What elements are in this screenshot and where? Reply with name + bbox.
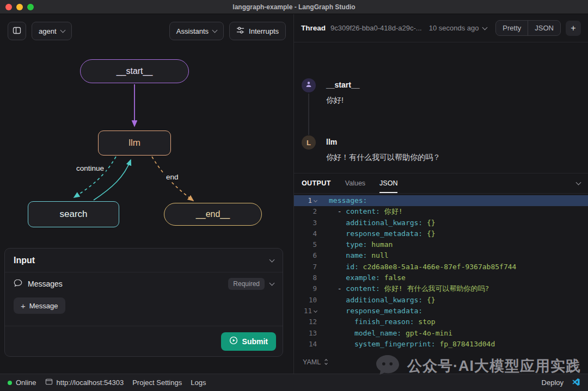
code-line-text: response_metadata: {} [320, 228, 436, 239]
traffic-lights [5, 4, 34, 10]
tab-json[interactable]: JSON [379, 173, 397, 193]
code-line[interactable]: 13 model_name: gpt-4o-mini [294, 328, 588, 339]
code-line[interactable]: 14 system_fingerprint: fp_878413d04d [294, 339, 588, 350]
window-titlebar: langgraph-example - LangGraph Studio [0, 0, 588, 14]
code-line[interactable]: 1messages: [294, 195, 588, 206]
online-status: Online [8, 378, 36, 387]
fold-chevron-icon[interactable] [314, 198, 317, 202]
maximize-window-button[interactable] [27, 4, 34, 10]
input-panel-footer: Submit [5, 326, 283, 356]
code-line[interactable]: 6 name: null [294, 250, 588, 261]
edge-label-end: end [164, 172, 180, 182]
line-number: 5 [294, 239, 320, 250]
chevron-down-icon [270, 257, 275, 262]
add-message-button-label: Message [29, 302, 58, 310]
interrupts-button[interactable]: Interrupts [229, 22, 286, 40]
code-line-text: system_fingerprint: fp_878413d04d [320, 339, 495, 350]
deploy-button[interactable]: Deploy [542, 378, 564, 387]
project-settings-button[interactable]: Project Settings [132, 378, 182, 387]
message-author: llm [326, 135, 440, 146]
speech-bubble-icon [14, 278, 22, 289]
code-line[interactable]: 11 response_metadata: [294, 306, 588, 316]
code-line[interactable]: 4 response_metadata: {} [294, 228, 588, 239]
code-line-text: type: human [320, 239, 393, 250]
chevron-down-icon [212, 28, 218, 33]
code-line-text: name: null [320, 250, 389, 261]
llm-avatar-letter: L [307, 139, 311, 147]
format-selector-label: YAML [303, 358, 321, 366]
code-line[interactable]: 3 additional_kwargs: {} [294, 218, 588, 228]
assistants-dropdown[interactable]: Assistants [169, 22, 224, 40]
llm-avatar: L [302, 135, 316, 150]
message-text: 你好！有什么我可以帮助你的吗？ [326, 153, 440, 163]
code-line-text: additional_kwargs: {} [320, 295, 436, 306]
code-editor[interactable]: 1messages:2 - content: 你好!3 additional_k… [294, 194, 588, 350]
server-url[interactable]: http://localhost:54303 [45, 378, 124, 387]
thread-time-dropdown[interactable]: 10 seconds ago [429, 24, 487, 32]
logs-button[interactable]: Logs [191, 378, 206, 387]
json-view-button[interactable]: JSON [528, 21, 560, 35]
tab-values[interactable]: Values [345, 173, 365, 193]
minimize-window-button[interactable] [16, 4, 23, 10]
graph-node-start[interactable]: __start__ [80, 59, 189, 83]
input-panel-title: Input [14, 256, 35, 265]
new-thread-button[interactable]: + [566, 21, 581, 36]
main-content: agent Assistants Interrupts [0, 14, 588, 374]
required-badge: Required [228, 278, 265, 290]
agent-dropdown[interactable]: agent [32, 22, 72, 40]
thread-id: 9c309f26-bba0-418d-a29c-... [330, 24, 422, 32]
graph-node-end[interactable]: __end__ [164, 203, 262, 226]
line-number: 4 [294, 228, 320, 239]
line-number: 14 [294, 339, 320, 350]
graph-toolbar: agent Assistants Interrupts [8, 22, 286, 40]
vscode-icon[interactable] [571, 377, 580, 388]
format-selector[interactable]: YAML [303, 358, 327, 366]
window-title: langgraph-example - LangGraph Studio [232, 3, 355, 11]
line-number: 2 [294, 206, 320, 217]
code-line-text: finish_reason: stop [320, 316, 436, 327]
tab-output[interactable]: OUTPUT [302, 173, 331, 193]
code-line[interactable]: 2 - content: 你好! [294, 206, 588, 217]
status-bar: Online http://localhost:54303 Project Se… [0, 374, 588, 391]
thread-label: Thread [301, 24, 326, 32]
graph-node-llm[interactable]: llm [98, 131, 171, 156]
browser-window-icon [45, 378, 53, 387]
node-llm-label: llm [128, 138, 140, 148]
code-line[interactable]: 7 id: c2d6a8e8-5a1a-466e-87ef-9367ab85f7… [294, 262, 588, 272]
fold-chevron-icon[interactable] [314, 309, 317, 313]
graph-panel: agent Assistants Interrupts [0, 14, 294, 374]
thread-panel: Thread 9c309f26-bba0-418d-a29c-... 10 se… [294, 14, 588, 374]
code-line[interactable]: 8 example: false [294, 272, 588, 283]
submit-button[interactable]: Submit [221, 332, 276, 351]
code-line[interactable]: 10 additional_kwargs: {} [294, 295, 588, 306]
start-avatar [302, 78, 316, 92]
server-url-label: http://localhost:54303 [57, 378, 124, 387]
code-line-text: id: c2d6a8e8-5a1a-466e-87ef-9367ab85f744 [320, 262, 516, 272]
code-line[interactable]: 5 type: human [294, 239, 588, 250]
pretty-view-button[interactable]: Pretty [496, 21, 528, 35]
message-text: 你好! [326, 96, 360, 105]
code-line-text: messages: [320, 195, 367, 206]
edge-label-continue: continue [75, 164, 106, 173]
thread-header: Thread 9c309f26-bba0-418d-a29c-... 10 se… [294, 14, 588, 42]
assistants-dropdown-label: Assistants [176, 27, 209, 35]
plus-icon: + [21, 302, 26, 310]
person-icon [305, 80, 313, 90]
collapse-output-button[interactable] [577, 173, 580, 193]
close-window-button[interactable] [5, 4, 12, 10]
line-number: 6 [294, 250, 320, 261]
sidebar-toggle-icon [13, 26, 21, 36]
submit-button-label: Submit [242, 337, 268, 346]
input-panel-header[interactable]: Input [5, 249, 283, 272]
play-circle-icon [229, 336, 238, 346]
code-line-text: example: false [320, 272, 406, 283]
code-line-text: additional_kwargs: {} [320, 218, 436, 228]
chevron-down-icon [482, 24, 487, 30]
code-line[interactable]: 12 finish_reason: stop [294, 316, 588, 327]
thread-message: __start__ 你好! [302, 78, 360, 105]
graph-node-search[interactable]: search [28, 201, 119, 227]
code-line[interactable]: 9 - content: 你好! 有什么我可以帮助你的吗? [294, 283, 588, 294]
messages-field-row[interactable]: Messages Required [5, 272, 283, 295]
add-message-button[interactable]: + Message [14, 297, 65, 314]
sidebar-toggle-button[interactable] [8, 22, 26, 40]
